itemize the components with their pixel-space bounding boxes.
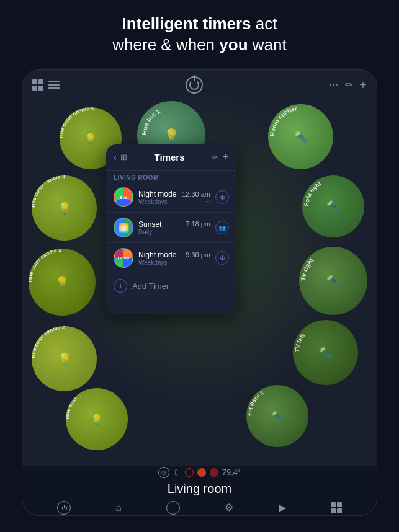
- timer-time-area-3: 9:30 pm ···: [186, 251, 210, 265]
- nav-grid[interactable]: [331, 502, 342, 513]
- panel-settings-icon[interactable]: ⊞: [120, 153, 127, 162]
- timer-schedule-3: Weekdays: [138, 259, 181, 266]
- lights-area: 💡 Hue Iris 1 🔦 Room: [22, 95, 377, 466]
- menu-icon[interactable]: [48, 81, 60, 89]
- panel-title: Timers: [131, 152, 208, 162]
- nav-circle[interactable]: [166, 501, 180, 515]
- add-icon[interactable]: +: [359, 78, 367, 92]
- light-room-splitter[interactable]: 🔦 Room splitter: [268, 104, 333, 169]
- timer-avatar-comfy: Comfy: [114, 248, 133, 268]
- room-name: Living room: [168, 482, 231, 496]
- timer-name-1: Night mode: [138, 190, 177, 198]
- light-hue-color[interactable]: 💡 Hue colo…: [66, 388, 128, 450]
- timer-action-1[interactable]: ⏻: [215, 190, 229, 204]
- timer-spacer-2: [186, 228, 210, 235]
- timer-row-1[interactable]: Eve Night mode Weekdays 12:30 am ··· ⏻: [106, 182, 236, 213]
- light-sofa-light[interactable]: 🔦 Sofa light: [302, 175, 364, 237]
- status-dot-red: [185, 468, 194, 477]
- svg-text:Sofa light: Sofa light: [303, 179, 323, 206]
- panel-section-label: LIVING ROOM: [106, 171, 236, 182]
- light-ent-floor[interactable]: 🔦 ent floor 1: [246, 385, 308, 447]
- status-clock-icon: ◷: [158, 467, 169, 478]
- svg-text:Hue color candle 3: Hue color candle 3: [29, 249, 61, 282]
- grid-icon[interactable]: [32, 79, 43, 91]
- svg-text:Hue color candle 2: Hue color candle 2: [32, 326, 65, 358]
- svg-text:ent floor 1: ent floor 1: [246, 389, 265, 416]
- edit-icon[interactable]: ✏: [345, 79, 353, 91]
- device-topbar: ··· ✏ +: [22, 70, 377, 97]
- timer-action-3[interactable]: ⏻: [215, 251, 229, 265]
- timer-time-area-2: 7:18 pm: [186, 220, 210, 235]
- svg-text:Hue Iris 1: Hue Iris 1: [141, 108, 161, 136]
- timer-avatar-sunset: 🌅: [114, 218, 133, 237]
- svg-text:Tv right: Tv right: [300, 256, 315, 281]
- headline-line2-start: where & when: [112, 35, 219, 54]
- timer-dots-3[interactable]: ···: [186, 259, 210, 265]
- headline-line2-end: want: [248, 35, 287, 54]
- bottom-nav: ⏻ ⌂ ⚙ ▶: [22, 501, 377, 515]
- timer-info-3: Night mode Weekdays: [138, 250, 181, 266]
- add-timer-label[interactable]: Add Timer: [132, 282, 169, 291]
- status-moon-icon: ☾: [173, 468, 181, 477]
- timer-name-2: Sunset: [138, 220, 181, 229]
- timer-time-2: 7:18 pm: [186, 220, 210, 228]
- add-timer-plus-icon[interactable]: +: [114, 279, 127, 293]
- dots-icon[interactable]: ···: [329, 79, 339, 91]
- nav-power[interactable]: ⏻: [57, 501, 71, 515]
- light-tv-right[interactable]: 🔦 Tv right: [299, 247, 367, 315]
- timer-time-area-1: 12:30 am ···: [182, 190, 210, 205]
- timer-time-1: 12:30 am: [182, 190, 210, 198]
- timer-info-1: Night mode Weekdays: [138, 190, 177, 205]
- light-hue-candle2[interactable]: 💡 Hue color candle 2: [32, 326, 97, 391]
- bottom-bar: ◷ ☾ 79.4° Living room ⏻ ⌂ ⚙ ▶: [22, 466, 377, 515]
- timer-schedule-2: Daily: [138, 229, 181, 236]
- panel-edit-icon[interactable]: ✏: [212, 153, 218, 162]
- panel-header: ‹ ⊞ Timers ✏ +: [106, 144, 236, 171]
- status-dot-orange: [197, 468, 206, 477]
- status-dot-dark-red: [210, 468, 218, 477]
- timer-schedule-1: Weekdays: [138, 198, 177, 205]
- svg-text:Hue color candle 5: Hue color candle 5: [60, 107, 94, 138]
- timer-info-2: Sunset Daily: [138, 220, 181, 236]
- device-frame: ··· ✏ + 💡 Hue Iris 1 🔦: [22, 69, 377, 516]
- panel-scroll-fade: [106, 299, 236, 314]
- headline: Intelligent timers act where & when you …: [0, 0, 399, 62]
- panel-add-btn[interactable]: +: [222, 151, 229, 164]
- svg-text:TV left: TV left: [294, 332, 307, 352]
- headline-bold: Intelligent timers: [122, 14, 251, 33]
- add-timer-row[interactable]: + Add Timer: [106, 273, 236, 299]
- panel-back-icon[interactable]: ‹: [114, 153, 117, 162]
- light-tv-left[interactable]: 🔦 TV left: [293, 320, 358, 385]
- svg-text:Hue color candle 4: Hue color candle 4: [32, 175, 65, 208]
- timer-name-3: Night mode: [138, 250, 181, 259]
- timer-avatar-evening: Eve: [114, 187, 133, 207]
- status-temperature: 79.4°: [222, 468, 241, 477]
- svg-text:Hue colo…: Hue colo…: [66, 392, 82, 419]
- light-hue-candle3[interactable]: 💡 Hue color candle 3: [29, 249, 96, 316]
- timer-row-3[interactable]: Comfy Night mode Weekdays 9:30 pm ··· ⏻: [106, 243, 236, 273]
- timers-panel: ‹ ⊞ Timers ✏ + LIVING ROOM Eve Night mod…: [106, 144, 236, 314]
- svg-text:Room splitter: Room splitter: [269, 105, 298, 136]
- light-hue-candle4[interactable]: 💡 Hue color candle 4: [32, 175, 97, 241]
- timer-row-2[interactable]: 🌅 Sunset Daily 7:18 pm 👥: [106, 213, 236, 243]
- timer-action-2[interactable]: 👥: [215, 221, 229, 234]
- timer-time-3: 9:30 pm: [186, 251, 210, 259]
- center-power-icon[interactable]: [186, 76, 203, 94]
- timer-dots-1[interactable]: ···: [182, 198, 210, 205]
- headline-you-bold: you: [219, 35, 248, 54]
- headline-rest: act: [251, 14, 277, 33]
- nav-home[interactable]: ⌂: [115, 502, 122, 513]
- status-row: ◷ ☾ 79.4°: [158, 467, 241, 478]
- nav-play[interactable]: ▶: [279, 502, 286, 513]
- nav-settings[interactable]: ⚙: [225, 502, 233, 513]
